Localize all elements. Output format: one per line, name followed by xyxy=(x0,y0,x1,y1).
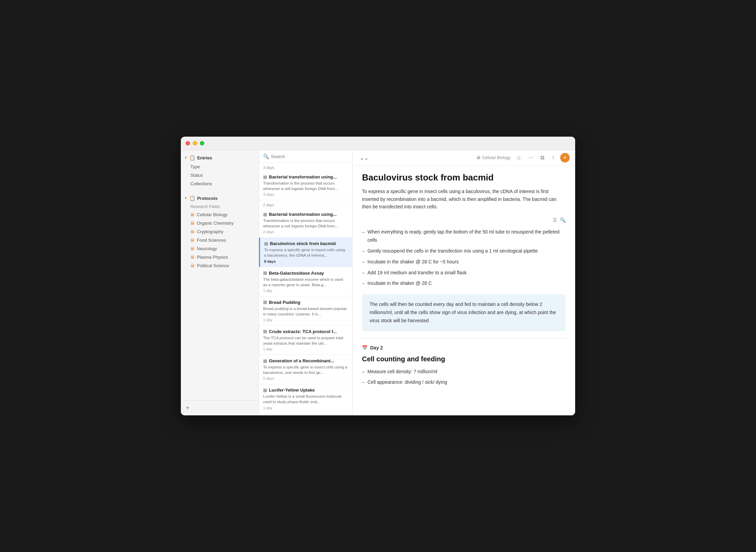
maximize-button[interactable] xyxy=(200,141,204,145)
search-bar: 🔍 xyxy=(259,150,352,163)
organic-chemistry-icon: 🏛 xyxy=(190,221,195,226)
search-input[interactable] xyxy=(271,154,348,159)
political-science-label: Political Science xyxy=(197,263,229,268)
entry-title: ▤ Bacterial transformation using... xyxy=(263,212,348,217)
step-item: When everything is ready, gently tap the… xyxy=(362,228,566,244)
entries-header[interactable]: ▼ 📋 Entries xyxy=(181,153,259,162)
organic-chemistry-label: Organic Chemistry xyxy=(197,221,234,226)
sidebar-item-organic-chemistry[interactable]: 🏛 Organic Chemistry xyxy=(181,219,259,227)
calendar-icon: 📅 xyxy=(362,345,367,350)
main-content: Baculovirus stock from bacmid To express… xyxy=(353,166,575,415)
entry-title: ▤ Beta-Galactosidase Assay xyxy=(263,271,348,276)
sidebar-item-status[interactable]: Status xyxy=(181,171,259,179)
collapse-icon-button[interactable]: ⌄⌄ xyxy=(358,154,370,162)
entry-type-icon: ▤ xyxy=(263,329,267,334)
list-item[interactable]: ▤ Crude extracts: TCA protocol f... The … xyxy=(259,326,352,355)
list-item[interactable]: ▤ Madeleines The Madeleine or Petite Mad… xyxy=(259,414,352,416)
section-divider xyxy=(362,338,566,338)
entries-label: Entries xyxy=(197,155,212,160)
steps-list: When everything is ready, gently tap the… xyxy=(362,228,566,288)
section-list-icon[interactable]: ☰ xyxy=(553,217,557,223)
entry-desc: Lucifer-Yellow is a small fluorescent mo… xyxy=(263,394,348,404)
entry-desc-active: To express a specific gene in insect cel… xyxy=(264,247,348,258)
share-button[interactable]: ↑ xyxy=(550,154,556,162)
list-item[interactable]: ▤ Generation of a Recombinant... To expr… xyxy=(259,355,352,384)
add-button[interactable]: + xyxy=(186,404,190,412)
search-icon: 🔍 xyxy=(263,154,269,159)
entry-title: ▤ Generation of a Recombinant... xyxy=(263,358,348,363)
day2-step-item: Measure cell density: ? million/ml xyxy=(362,368,566,376)
list-item[interactable]: ▤ Bacterial transformation using... Tran… xyxy=(259,208,352,238)
protocols-label: Protocols xyxy=(197,196,218,201)
list-item-active[interactable]: ▤ Baculovirus stock from bacmid To expre… xyxy=(259,238,352,267)
close-button[interactable] xyxy=(186,141,190,145)
star-button[interactable]: ☆ xyxy=(515,154,523,162)
sidebar-item-plasma-physics[interactable]: 🏛 Plasma Physics xyxy=(181,253,259,261)
day2-header: 📅 Day 2 xyxy=(362,345,566,350)
entry-date: 1 day xyxy=(263,406,348,410)
sidebar-item-cellular-biology[interactable]: 🏛 Cellular Biology xyxy=(181,210,259,219)
entries-section: ▼ 📋 Entries Type Status Collections xyxy=(181,150,259,191)
sidebar-item-neurology[interactable]: 🏛 Neurology xyxy=(181,244,259,253)
callout-text: The cells will then be counted every day… xyxy=(370,301,556,323)
entry-title-active: ▤ Baculovirus stock from bacmid xyxy=(264,241,348,246)
entry-type-icon: ▤ xyxy=(263,175,267,179)
entry-date: 1 day xyxy=(263,318,348,322)
list-item[interactable]: ▤ Bread Pudding Bread pudding is a bread… xyxy=(259,296,352,326)
sidebar-item-political-science[interactable]: 🏛 Political Science xyxy=(181,261,259,270)
entry-title: ▤ Bacterial transformation using... xyxy=(263,174,348,179)
step-item: Gently resuspend the cells in the transf… xyxy=(362,247,566,255)
plasma-physics-label: Plasma Physics xyxy=(197,255,228,260)
app-body: ▼ 📋 Entries Type Status Collections ▼ xyxy=(181,150,575,415)
sidebar-item-cryptography[interactable]: 🏛 Cryptography xyxy=(181,227,259,236)
collections-label: Collections xyxy=(190,181,212,186)
list-panel: 🔍 3 days ▤ Bacterial transformation usin… xyxy=(259,150,353,415)
collection-label: 🏛 Cellular Biology xyxy=(477,155,510,160)
callout-block: The cells will then be counted every day… xyxy=(362,294,566,331)
day2-steps-list: Measure cell density: ? million/ml Cell … xyxy=(362,368,566,387)
sidebar-item-type[interactable]: Type xyxy=(181,162,259,171)
entry-desc: Transformation is the process that occur… xyxy=(263,180,348,191)
entries-collapse-icon: ▼ xyxy=(184,156,187,159)
research-fields-label: Research Fields xyxy=(181,203,259,210)
sidebar-item-collections[interactable]: Collections xyxy=(181,179,259,188)
entry-desc: The TCA protocol can be used to prepare … xyxy=(263,335,348,346)
add-content-button[interactable]: + xyxy=(560,153,570,162)
toolbar-right: 🏛 Cellular Biology ☆ ··· ⧉ ↑ + xyxy=(477,153,570,162)
cellular-biology-label: Cellular Biology xyxy=(197,212,227,217)
entry-date: 1 day xyxy=(263,347,348,351)
entry-type-icon: ▤ xyxy=(263,388,267,393)
app-window: ▼ 📋 Entries Type Status Collections ▼ xyxy=(181,137,575,415)
document-title: Baculovirus stock from bacmid xyxy=(362,172,566,183)
more-options-button[interactable]: ··· xyxy=(527,154,535,162)
section-search-icon[interactable]: 🔍 xyxy=(560,217,566,223)
protocols-header[interactable]: ▼ 📋 Protocols xyxy=(181,193,259,203)
step-item: Add 19 ml medium and transfer to a small… xyxy=(362,269,566,277)
day2-label: Day 2 xyxy=(370,345,383,350)
list-item[interactable]: ▤ Beta-Galactosidase Assay The beta-gala… xyxy=(259,267,352,296)
entry-date: 3 days xyxy=(263,192,348,196)
entry-desc: Bread pudding is a bread-based dessert p… xyxy=(263,306,348,317)
minimize-button[interactable] xyxy=(193,141,197,145)
entry-date: 5 days xyxy=(263,376,348,380)
cellular-biology-icon: 🏛 xyxy=(190,212,195,217)
section-toolbar: ☰ 🔍 xyxy=(362,217,566,224)
entry-date-active: 8 days xyxy=(264,259,348,263)
sidebar-item-food-sciences[interactable]: 🏛 Food Sciences xyxy=(181,236,259,244)
cryptography-label: Cryptography xyxy=(197,229,223,234)
list-content: 3 days ▤ Bacterial transformation using.… xyxy=(259,163,352,415)
group-label-days-2: 2 days xyxy=(259,200,352,208)
entry-type-icon: ▤ xyxy=(264,241,268,246)
group-label-days-3: 3 days xyxy=(259,163,352,171)
political-science-icon: 🏛 xyxy=(190,263,195,268)
main-toolbar: ⌄⌄ 🏛 Cellular Biology ☆ ··· ⧉ ↑ + xyxy=(353,150,575,166)
main-panel: ⌄⌄ 🏛 Cellular Biology ☆ ··· ⧉ ↑ + Baculo… xyxy=(353,150,575,415)
entry-title: ▤ Bread Pudding xyxy=(263,300,348,305)
list-item[interactable]: ▤ Bacterial transformation using... Tran… xyxy=(259,171,352,200)
neurology-icon: 🏛 xyxy=(190,246,195,251)
list-item[interactable]: ▤ Lucifer-Yellow Uptake Lucifer-Yellow i… xyxy=(259,384,352,413)
entry-date: 2 days xyxy=(263,230,348,234)
type-label: Type xyxy=(190,164,200,169)
collection-name: Cellular Biology xyxy=(482,155,510,160)
duplicate-button[interactable]: ⧉ xyxy=(539,154,546,162)
